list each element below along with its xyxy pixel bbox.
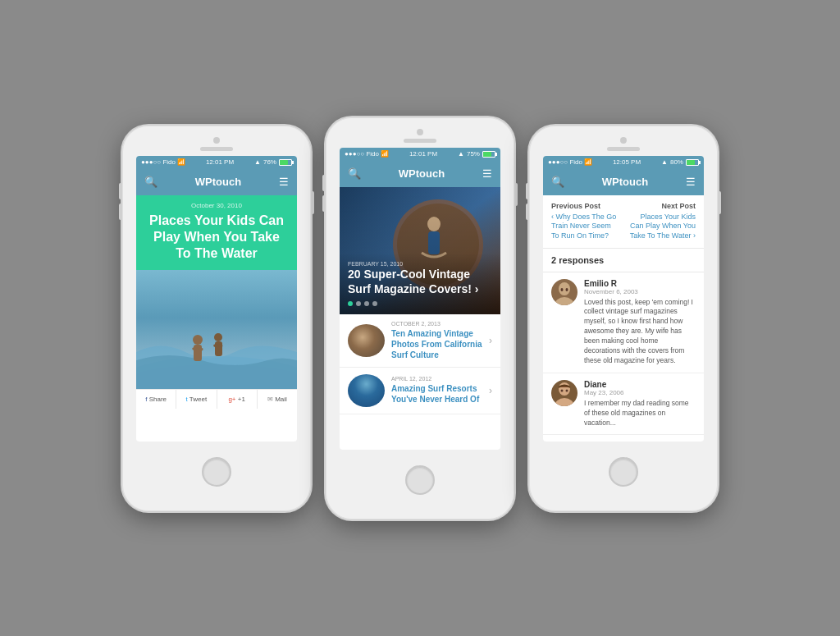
share-twitter[interactable]: t Tweet — [176, 390, 217, 409]
thumb-img-1 — [348, 324, 385, 357]
comment-text-1: Loved this post, keep 'em coming! I coll… — [584, 298, 696, 366]
side-button — [311, 191, 314, 214]
commenter-name-1: Emilio R — [584, 279, 696, 288]
search-icon-1[interactable]: 🔍 — [144, 176, 158, 188]
phone-3: ●●●○○ Fido 📶 12:05 PM ▲ 80% 🔍 WPtouch ☰ — [529, 126, 718, 511]
phones-container: ●●●○○ Fido 📶 12:01 PM ▲ 76% 🔍 WPtouch ☰ — [98, 93, 742, 544]
prev-post-link[interactable]: ‹ Why Does The Go Train Never Seem To Ru… — [551, 213, 619, 241]
time-1: 12:01 PM — [206, 158, 234, 166]
nav-title-3: WPtouch — [602, 176, 648, 188]
phone-2-top — [326, 126, 514, 148]
comment-date-2: May 23, 2006 — [584, 389, 696, 396]
wifi-icon-3: 📶 — [584, 158, 592, 166]
location-icon-3: ▲ — [661, 158, 668, 166]
home-button-2[interactable] — [405, 465, 435, 495]
menu-icon-1[interactable]: ☰ — [279, 176, 289, 188]
speaker — [200, 147, 233, 151]
time-2: 12:01 PM — [409, 150, 437, 158]
hero-overlay: FEBRUARY 15, 2010 20 Super-Cool Vintage … — [340, 253, 500, 313]
hero-text: 20 Super-Cool Vintage Surf Magazine Cove… — [348, 267, 492, 296]
nav-title-2: WPtouch — [399, 167, 445, 180]
nav-bar-3: 🔍 WPtouch ☰ — [543, 169, 704, 195]
phone-top — [122, 134, 311, 156]
dot-2 — [356, 301, 361, 306]
battery-pct-3: 80% — [670, 158, 683, 166]
home-button-1[interactable] — [202, 457, 231, 487]
side-button-3 — [718, 191, 721, 214]
comment-body-2: Diane May 23, 2006 I remember my dad rea… — [584, 380, 696, 428]
phone-3-top — [529, 134, 718, 156]
camera-2 — [417, 129, 423, 135]
feed-link-1: Ten Amazing Vintage Photos From Californ… — [391, 328, 482, 360]
phone-2-screen: ●●●○○ Fido 📶 12:01 PM ▲ 75% 🔍 WPtouch ☰ — [340, 148, 500, 450]
search-icon-3[interactable]: 🔍 — [551, 176, 564, 188]
feed-item-2[interactable]: APRIL 12, 2012 Amazing Surf Resorts You'… — [340, 368, 500, 414]
speaker-2 — [404, 139, 436, 143]
thumb-img-2 — [348, 374, 385, 407]
battery-3 — [686, 159, 699, 166]
feed-item-1[interactable]: OCTOBER 2, 2013 Ten Amazing Vintage Phot… — [340, 314, 500, 368]
svg-point-7 — [214, 333, 222, 341]
share-facebook[interactable]: f Share — [136, 390, 176, 409]
vol-buttons-2 — [322, 175, 326, 212]
hero-banner[interactable]: FEBRUARY 15, 2010 20 Super-Cool Vintage … — [340, 187, 500, 314]
responses-header: 2 responses — [543, 249, 704, 272]
hero-date: FEBRUARY 15, 2010 — [348, 261, 492, 267]
prev-post-label: Previous Post — [551, 202, 619, 210]
svg-point-23 — [559, 382, 570, 396]
next-post-col: Next Post Places Your Kids Can Play When… — [628, 202, 696, 241]
svg-point-20 — [561, 288, 564, 291]
location-icon-1: ▲ — [254, 158, 261, 166]
commenter-name-2: Diane — [584, 380, 696, 389]
battery-fill-1 — [280, 160, 288, 165]
next-post-label: Next Post — [628, 202, 696, 210]
feed-arrow-1: › — [489, 335, 492, 346]
feed-cat-1: OCTOBER 2, 2013 — [391, 321, 482, 327]
nav-bar-1: 🔍 WPtouch ☰ — [136, 169, 297, 195]
avatar-diane — [551, 380, 578, 406]
menu-icon-3[interactable]: ☰ — [686, 176, 696, 188]
comment-date-1: November 6, 2003 — [584, 288, 696, 295]
phone-2: ●●●○○ Fido 📶 12:01 PM ▲ 75% 🔍 WPtouch ☰ — [326, 117, 514, 519]
feed-link-2: Amazing Surf Resorts You've Never Heard … — [391, 383, 482, 405]
article-image — [136, 270, 297, 389]
avatar-svg-2 — [551, 380, 578, 406]
nav-bar-2: 🔍 WPtouch ☰ — [340, 161, 500, 187]
article-svg — [136, 270, 297, 389]
svg-rect-8 — [215, 341, 222, 356]
phone-2-bottom — [405, 450, 435, 511]
feed-arrow-2: › — [489, 385, 492, 396]
hero-dots — [348, 301, 492, 306]
carrier-1: ●●●○○ Fido — [141, 158, 176, 166]
post-nav: Previous Post ‹ Why Does The Go Train Ne… — [543, 195, 704, 249]
camera-3 — [620, 137, 627, 144]
dot-4 — [372, 301, 377, 306]
feed-thumb-1 — [348, 324, 385, 357]
camera — [213, 137, 220, 144]
comment-body-1: Emilio R November 6, 2003 Loved this pos… — [584, 279, 696, 366]
share-gplus[interactable]: g+ +1 — [217, 390, 258, 409]
svg-point-25 — [561, 389, 564, 391]
svg-point-18 — [559, 282, 570, 295]
comment-1: Emilio R November 6, 2003 Loved this pos… — [543, 272, 704, 373]
phone-1: ●●●○○ Fido 📶 12:01 PM ▲ 76% 🔍 WPtouch ☰ — [122, 126, 311, 511]
share-mail[interactable]: ✉ Mail — [258, 390, 297, 409]
home-button-3[interactable] — [609, 457, 638, 487]
feed-cat-2: APRIL 12, 2012 — [391, 376, 482, 382]
phone-1-screen: ●●●○○ Fido 📶 12:01 PM ▲ 76% 🔍 WPtouch ☰ — [136, 156, 297, 442]
share-bar: f Share t Tweet g+ +1 ✉ Mail — [136, 389, 297, 409]
prev-post-col: Previous Post ‹ Why Does The Go Train Ne… — [551, 202, 619, 241]
phone-1-bottom — [202, 442, 231, 503]
comment-text-2: I remember my dad reading some of these … — [584, 399, 696, 428]
battery-fill-2 — [483, 152, 491, 157]
search-icon-2[interactable]: 🔍 — [348, 167, 361, 180]
vol-buttons-3 — [526, 183, 529, 220]
dot-1 — [348, 301, 353, 306]
menu-icon-2[interactable]: ☰ — [482, 167, 492, 180]
svg-point-3 — [193, 335, 203, 345]
phone-3-bottom — [609, 442, 638, 503]
feed-content-2: APRIL 12, 2012 Amazing Surf Resorts You'… — [391, 376, 482, 405]
nav-title-1: WPtouch — [195, 176, 241, 188]
next-post-link[interactable]: Places Your Kids Can Play When You Take … — [628, 213, 696, 241]
feed-thumb-2 — [348, 374, 385, 407]
